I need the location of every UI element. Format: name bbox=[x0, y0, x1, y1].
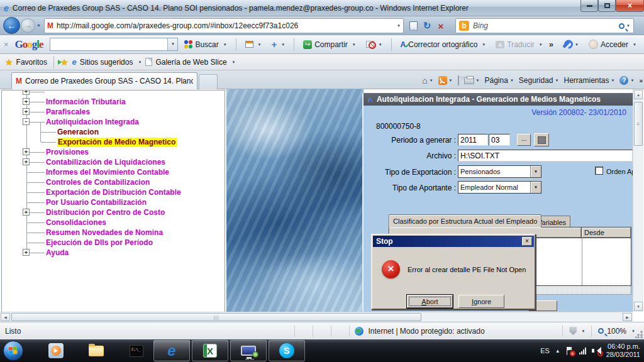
vertical-scrollbar[interactable]: ▲ ≡ ▼ bbox=[633, 89, 643, 312]
tree-item-controles-contabilizacion[interactable]: Controles de Contabilizacion bbox=[2, 177, 225, 187]
search-dropdown-icon[interactable]: ▼ bbox=[626, 24, 630, 28]
minimize-button[interactable] bbox=[580, 0, 598, 12]
forward-button[interactable]: → bbox=[21, 18, 35, 33]
scroll-thumb[interactable]: ≡ bbox=[634, 102, 643, 146]
read-mail-button[interactable] bbox=[458, 76, 459, 85]
maximize-button[interactable] bbox=[598, 0, 616, 12]
recent-pages-dropdown[interactable]: ▼ bbox=[36, 23, 41, 28]
dropdown-arrow-icon[interactable]: ▼ bbox=[530, 166, 541, 177]
toolbar-search-field[interactable]: ▼ bbox=[50, 38, 179, 51]
toolbar-overflow-chevron[interactable]: » bbox=[549, 40, 553, 49]
toolbar-close-button[interactable]: × bbox=[4, 40, 9, 49]
language-indicator[interactable]: ES bbox=[540, 347, 550, 354]
expand-toggle[interactable]: + bbox=[23, 209, 30, 216]
tree-item-por-usuario[interactable]: Por Usuario Contabilización bbox=[2, 197, 225, 207]
action-center-icon[interactable]: × bbox=[566, 347, 574, 355]
volume-muted-icon[interactable] bbox=[592, 347, 601, 354]
tools-menu[interactable]: Herramientas▼ bbox=[564, 76, 615, 85]
compatibility-view-button[interactable] bbox=[406, 18, 420, 33]
taskbar-item-explorer[interactable] bbox=[80, 339, 112, 362]
stop-button[interactable]: × bbox=[434, 18, 448, 33]
tree-item-ayuda[interactable]: +Ayuda bbox=[2, 248, 225, 258]
bing-search-input[interactable] bbox=[473, 21, 619, 30]
close-button[interactable]: × bbox=[616, 0, 644, 12]
toolbar-search-dropdown[interactable]: ▼ bbox=[167, 38, 177, 50]
tree-item-consolidaciones[interactable]: Consolidaciones bbox=[2, 217, 225, 228]
tipo-exportacion-select[interactable]: Pensionados ▼ bbox=[458, 165, 541, 178]
tree-item-informes-movimiento[interactable]: Informes del Movimiento Contable bbox=[2, 167, 225, 177]
popup-blocker-button[interactable]: ▼ bbox=[362, 38, 386, 50]
scroll-left-button[interactable]: ◀ bbox=[1, 313, 10, 321]
home-button[interactable]: ⌂▼ bbox=[422, 75, 433, 85]
tipo-aportante-select[interactable]: Empleador Normal ▼ bbox=[458, 181, 541, 194]
tab-gmail[interactable]: M Correo de Praxedes Group SAS - CASO 14… bbox=[11, 72, 197, 89]
tree-item-generacion[interactable]: Generacion bbox=[2, 127, 225, 137]
help-button[interactable]: ?▼ bbox=[619, 76, 634, 85]
dialog-titlebar[interactable]: Stop bbox=[373, 236, 534, 247]
scroll-up-button[interactable]: ▲ bbox=[634, 90, 643, 99]
tree-item-resumen-novedades[interactable]: Resumen Novedades de Nomina bbox=[2, 228, 225, 238]
expand-toggle[interactable]: + bbox=[23, 249, 30, 256]
toolbar-settings-button[interactable]: ▼ bbox=[558, 40, 582, 49]
dialog-close-button[interactable]: × bbox=[522, 237, 532, 246]
expand-toggle[interactable]: + bbox=[23, 158, 30, 165]
print-button[interactable]: ▼ bbox=[464, 77, 480, 84]
generate-button[interactable] bbox=[534, 133, 549, 146]
suggested-sites-button[interactable]: e Sitios sugeridos ▼ bbox=[72, 57, 142, 67]
archivo-input[interactable] bbox=[458, 150, 633, 162]
tab-clasificado-estructura[interactable]: Clasificado por Estructura Actual del Em… bbox=[389, 214, 541, 228]
safety-menu[interactable]: Seguridad▼ bbox=[519, 76, 559, 85]
tree-item-exportacion-distribucion[interactable]: Exportación de Distribución Contable bbox=[2, 187, 225, 197]
refresh-button[interactable]: ↻ bbox=[420, 18, 434, 33]
browse-button[interactable]: ... bbox=[517, 134, 531, 146]
start-button[interactable] bbox=[3, 341, 23, 361]
taskbar-item-internet-explorer[interactable]: e bbox=[153, 340, 190, 361]
taskbar-clock[interactable]: 06:40 p.m. 28/03/2011 bbox=[606, 343, 640, 359]
expand-toggle[interactable]: + bbox=[23, 148, 30, 155]
tree-item-autoliquidacion-integrada[interactable]: -Autoliquidacion Integrada bbox=[2, 117, 225, 127]
taskbar-item-remote-desktop[interactable] bbox=[230, 340, 267, 361]
taskbar-item-skype[interactable]: S bbox=[269, 340, 305, 361]
toolbar-search-input[interactable] bbox=[50, 38, 168, 50]
sign-in-button[interactable]: Acceder ▼ bbox=[585, 37, 640, 52]
resize-grip[interactable] bbox=[635, 331, 643, 338]
back-button[interactable]: ← bbox=[3, 17, 20, 34]
favorites-button[interactable]: ★ Favoritos bbox=[5, 57, 47, 67]
inprivate-filtering-control[interactable]: ▼ bbox=[563, 327, 591, 335]
periodo-year-input[interactable] bbox=[458, 134, 488, 146]
collapse-toggle[interactable]: - bbox=[23, 118, 30, 125]
page-menu[interactable]: Página▼ bbox=[485, 76, 514, 85]
share-button[interactable]: ↪ Compartir ▼ bbox=[299, 38, 360, 52]
address-bar[interactable]: M ▼ bbox=[44, 18, 404, 33]
tree-item-distribucion-centro-costo[interactable]: +Distribución por Centro de Costo bbox=[2, 207, 225, 217]
search-magnifier-icon[interactable] bbox=[619, 23, 625, 29]
taskbar-item-media-player[interactable]: ▶ bbox=[40, 339, 72, 362]
tree-item-provisiones[interactable]: +Provisiones bbox=[2, 147, 225, 157]
tree-item[interactable]: + bbox=[2, 90, 225, 97]
ignore-button[interactable]: Ignore bbox=[458, 295, 504, 308]
expand-toggle[interactable]: + bbox=[23, 98, 30, 105]
orden-checkbox[interactable] bbox=[595, 167, 603, 175]
periodo-month-input[interactable] bbox=[489, 134, 510, 146]
horizontal-scrollbar[interactable]: ◀ ||| ▶ bbox=[0, 312, 633, 322]
sidewiki-button[interactable]: ▼ bbox=[242, 38, 265, 50]
buscar-button[interactable]: Buscar ▼ bbox=[180, 38, 230, 52]
tree-item-exportacion-medio-magnetico[interactable]: Exportación de Medio Magnetico bbox=[2, 137, 225, 147]
add-gadget-button[interactable]: +▼ bbox=[268, 36, 289, 52]
add-favorite-button[interactable]: ★ bbox=[60, 57, 69, 67]
show-hidden-icons-button[interactable]: ▲ bbox=[555, 348, 560, 354]
tree-item-ejecucion-dlls[interactable]: Ejecución de Dlls por Período bbox=[2, 238, 225, 248]
tree-item-contabilizacion-liquidaciones[interactable]: +Contabilización de Liquidaciones bbox=[2, 157, 225, 167]
webslice-gallery-button[interactable]: Galería de Web Slice ▼ bbox=[145, 58, 235, 67]
tree-item-parafiscales[interactable]: +Parafiscales bbox=[2, 107, 225, 117]
taskbar-item-command-prompt[interactable]: C:\_ bbox=[121, 339, 152, 362]
expand-toggle[interactable]: + bbox=[23, 90, 30, 95]
expand-toggle[interactable]: + bbox=[23, 108, 30, 115]
search-box[interactable]: b ▼ bbox=[455, 18, 634, 33]
translate-button[interactable]: a Traducir ▼ bbox=[492, 38, 547, 52]
address-input[interactable] bbox=[57, 21, 395, 30]
tree-item-informacion-tributaria[interactable]: +Información Tributaria bbox=[2, 97, 225, 107]
command-overflow-chevron[interactable]: » bbox=[639, 77, 643, 84]
scroll-thumb[interactable]: ||| bbox=[11, 313, 421, 321]
scroll-right-button[interactable]: ▶ bbox=[623, 313, 632, 321]
